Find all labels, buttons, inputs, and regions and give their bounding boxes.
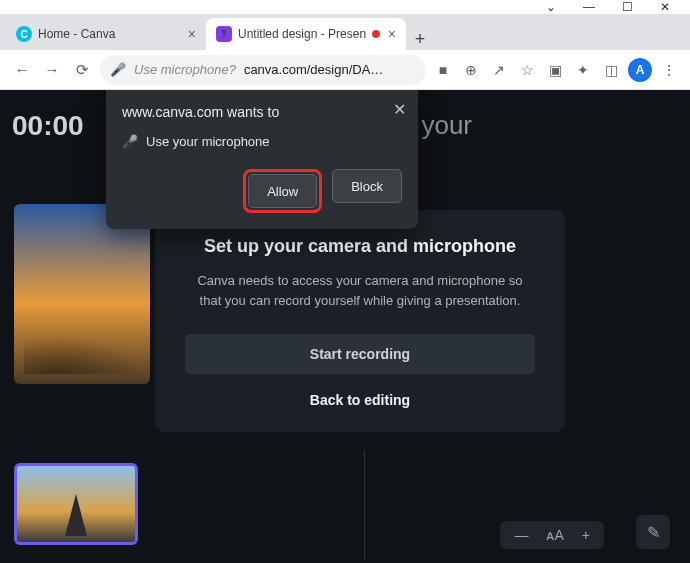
pencil-icon: ✎ bbox=[647, 523, 660, 542]
tab-home-canva[interactable]: C Home - Canva × bbox=[6, 18, 206, 50]
camera-icon[interactable]: ■ bbox=[432, 62, 454, 78]
extension1-icon[interactable]: ▣ bbox=[544, 62, 566, 78]
omnibox-url: canva.com/design/DA… bbox=[244, 62, 383, 77]
setup-title: Set up your camera and microphone bbox=[185, 236, 535, 257]
permission-title: www.canva.com wants to bbox=[122, 104, 402, 120]
slide-preview-large bbox=[14, 204, 150, 384]
window-titlebar: ⌄ — ☐ ✕ bbox=[0, 0, 690, 14]
tab-strip: C Home - Canva × 🎖 Untitled design - Pre… bbox=[0, 14, 690, 50]
back-button[interactable]: ← bbox=[10, 58, 34, 82]
design-favicon: 🎖 bbox=[216, 26, 232, 42]
slide-thumbnail[interactable] bbox=[14, 463, 138, 545]
address-bar[interactable]: 🎤 Use microphone? canva.com/design/DA… bbox=[100, 55, 426, 85]
close-icon[interactable]: ✕ bbox=[393, 100, 406, 119]
recording-timer: 00:00 bbox=[12, 110, 84, 142]
microphone-icon: 🎤 bbox=[122, 134, 136, 149]
setup-description: Canva needs to access your camera and mi… bbox=[185, 271, 535, 310]
allow-highlight: Allow bbox=[243, 169, 322, 213]
forward-button[interactable]: → bbox=[40, 58, 64, 82]
font-size-controls: — ᴀA + bbox=[500, 521, 604, 549]
window-close[interactable]: ✕ bbox=[658, 0, 672, 14]
permission-item-label: Use your microphone bbox=[146, 134, 270, 149]
permission-prompt: ✕ www.canva.com wants to 🎤 Use your micr… bbox=[106, 90, 418, 229]
app-content: 00:00 d notes to your sign Set up your c… bbox=[0, 90, 690, 563]
close-icon[interactable]: × bbox=[188, 26, 196, 42]
close-icon[interactable]: × bbox=[388, 26, 396, 42]
microphone-icon: 🎤 bbox=[110, 62, 126, 77]
window-maximize[interactable]: ☐ bbox=[620, 0, 634, 14]
tab-untitled-design[interactable]: 🎖 Untitled design - Presen × bbox=[206, 18, 406, 50]
recording-dot-icon bbox=[372, 30, 380, 38]
back-to-editing-link[interactable]: Back to editing bbox=[185, 392, 535, 408]
permission-buttons: Allow Block bbox=[122, 169, 402, 213]
bookmark-icon[interactable]: ☆ bbox=[516, 62, 538, 78]
new-tab-button[interactable]: + bbox=[406, 29, 434, 50]
start-recording-button[interactable]: Start recording bbox=[185, 334, 535, 374]
font-size-label: ᴀA bbox=[546, 527, 563, 543]
menu-icon[interactable]: ⋮ bbox=[658, 62, 680, 78]
reload-button[interactable]: ⟳ bbox=[70, 58, 94, 82]
extension2-icon[interactable]: ✦ bbox=[572, 62, 594, 78]
allow-button[interactable]: Allow bbox=[248, 174, 317, 208]
browser-toolbar: ← → ⟳ 🎤 Use microphone? canva.com/design… bbox=[0, 50, 690, 90]
block-button[interactable]: Block bbox=[332, 169, 402, 203]
window-minimize[interactable]: — bbox=[582, 0, 596, 14]
reader-icon[interactable]: ◫ bbox=[600, 62, 622, 78]
zoom-icon[interactable]: ⊕ bbox=[460, 62, 482, 78]
canva-favicon: C bbox=[16, 26, 32, 42]
permission-item: 🎤 Use your microphone bbox=[122, 134, 402, 149]
share-icon[interactable]: ↗ bbox=[488, 62, 510, 78]
profile-avatar[interactable]: A bbox=[628, 58, 652, 82]
edit-button[interactable]: ✎ bbox=[636, 515, 670, 549]
omnibox-hint: Use microphone? bbox=[134, 62, 236, 77]
window-chevron[interactable]: ⌄ bbox=[544, 0, 558, 14]
tab-label: Untitled design - Presen bbox=[238, 27, 366, 41]
font-decrease-button[interactable]: — bbox=[514, 527, 528, 543]
font-increase-button[interactable]: + bbox=[582, 527, 590, 543]
tab-label: Home - Canva bbox=[38, 27, 115, 41]
setup-panel: Set up your camera and microphone Canva … bbox=[155, 210, 565, 432]
